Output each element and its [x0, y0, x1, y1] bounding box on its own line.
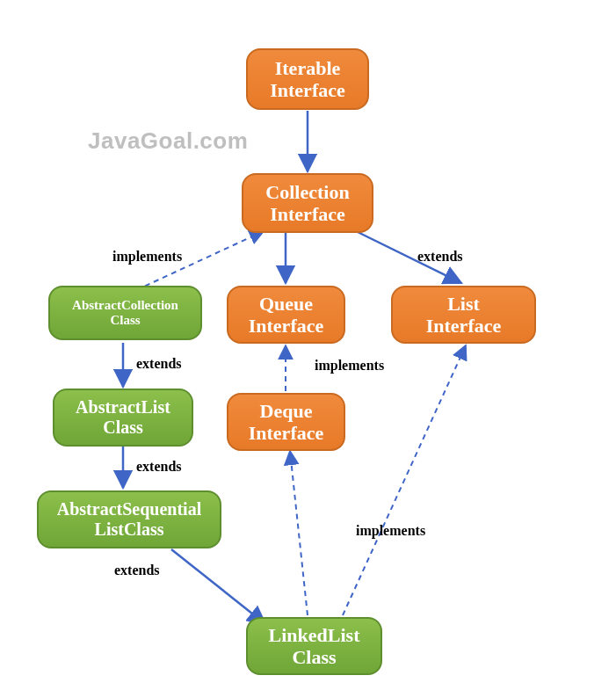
svg-line-8	[290, 451, 308, 615]
node-line: Collection	[252, 181, 363, 203]
label-extends: extends	[136, 356, 182, 372]
node-abstractsequentiallist-class: AbstractSequential ListClass	[37, 490, 221, 548]
node-line: Class	[59, 313, 192, 328]
node-linkedlist-class: LinkedList Class	[246, 617, 382, 675]
diagram-stage: { "watermark": "JavaGoal.com", "nodes": …	[0, 0, 616, 690]
node-iterable-interface: Iterable Interface	[246, 48, 369, 110]
svg-line-9	[343, 345, 466, 615]
node-line: Interface	[237, 422, 335, 444]
node-line: Queue	[237, 293, 335, 315]
node-collection-interface: Collection Interface	[242, 173, 373, 233]
node-line: Class	[257, 646, 372, 668]
watermark-text: JavaGoal.com	[88, 127, 248, 155]
node-line: AbstractList	[63, 397, 183, 418]
node-line: List	[402, 293, 525, 315]
label-implements: implements	[356, 523, 425, 539]
node-line: Class	[63, 418, 183, 438]
node-line: Iterable	[257, 57, 359, 79]
node-line: Interface	[252, 203, 363, 225]
label-implements: implements	[315, 358, 384, 374]
node-line: ListClass	[47, 519, 211, 540]
label-extends: extends	[417, 249, 463, 265]
node-line: LinkedList	[257, 624, 372, 646]
label-extends: extends	[136, 459, 182, 475]
node-list-interface: List Interface	[391, 286, 536, 344]
node-deque-interface: Deque Interface	[227, 393, 345, 451]
node-line: Interface	[237, 315, 335, 337]
node-line: Deque	[237, 400, 335, 422]
label-implements: implements	[112, 249, 182, 265]
node-abstractlist-class: AbstractList Class	[53, 389, 193, 447]
node-abstractcollection-class: AbstractCollection Class	[48, 286, 202, 340]
node-line: AbstractCollection	[59, 298, 192, 313]
svg-line-7	[171, 549, 265, 624]
label-extends: extends	[114, 563, 160, 578]
node-line: Interface	[402, 315, 525, 337]
node-line: Interface	[257, 79, 359, 101]
node-queue-interface: Queue Interface	[227, 286, 345, 344]
node-line: AbstractSequential	[47, 499, 211, 519]
